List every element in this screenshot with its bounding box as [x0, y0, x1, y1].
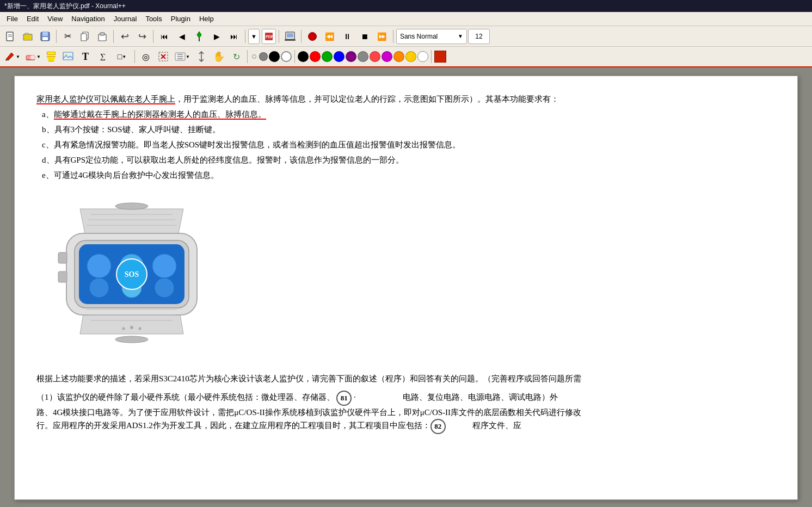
text-tool-button[interactable]: T [77, 49, 94, 64]
question1-cont2: 行。应用程序的开发采用ADS1.2作为开发工具，因此，在建立应用程序的工程项目时… [36, 419, 776, 434]
toolbar2: ▼ ▼ T ∑ □ ▼ ◎ [0, 47, 812, 67]
last-page-button[interactable]: ⏭ [226, 29, 242, 44]
palette-red[interactable] [310, 51, 321, 62]
menu-tools[interactable]: Tools [141, 14, 166, 24]
fill-color-red[interactable] [434, 51, 446, 63]
window-title: *新增一、家用老人监护仪.pdf - Xournal++ [4, 2, 126, 11]
skip-forward-icon: ⏩ [377, 32, 386, 41]
vertical-stretch-button[interactable] [193, 49, 210, 64]
save-button[interactable] [37, 29, 53, 44]
svg-text:PDF: PDF [266, 35, 273, 39]
svg-rect-8 [81, 34, 87, 41]
stop-icon: ⏹ [361, 32, 368, 41]
menu-view[interactable]: View [43, 14, 67, 24]
hand-tool-button[interactable]: ✋ [211, 49, 227, 64]
snap-icon [175, 52, 186, 61]
question1-line: （1）该监护仪的硬件除了最小硬件系统（最小硬件系统包括：微处理器、存储器、 81… [36, 391, 776, 406]
sep-draw1 [134, 50, 135, 63]
snap-dropdown[interactable]: ▼ [173, 49, 192, 64]
annotate-button[interactable] [191, 29, 207, 44]
eraser-icon [24, 51, 36, 62]
watch-image: SOS [36, 193, 227, 361]
svg-point-50 [139, 327, 142, 330]
menu-file[interactable]: File [2, 14, 22, 24]
fullscreen-button[interactable] [282, 29, 298, 44]
redo-button[interactable]: ↪ [134, 29, 150, 44]
pen-icon [4, 51, 16, 63]
highlighter-button[interactable] [44, 49, 59, 64]
color-white[interactable] [281, 51, 292, 62]
question1-cont: 路、4G模块接口电路等。为了便于应用软件设计，需把μC/OS-II操作系统移植到… [36, 406, 776, 419]
text-icon: T [82, 51, 89, 63]
svg-rect-39 [58, 271, 67, 282]
sep1 [56, 30, 57, 43]
list-item-d: d、具有GPS定位功能，可以获取出老人所处的径纬度信息。报警时，该信息作为报警信… [36, 153, 776, 166]
pdf-icon: PDF [264, 32, 273, 41]
menu-bar: File Edit View Navigation Journal Tools … [0, 12, 812, 26]
sep7 [393, 30, 393, 43]
pause-button[interactable]: ⏸ [339, 29, 355, 44]
menu-navigation[interactable]: Navigation [67, 14, 109, 24]
svg-rect-38 [58, 252, 67, 263]
next-page-button[interactable]: ▶ [208, 29, 225, 44]
sep3 [153, 30, 153, 43]
svg-rect-10 [100, 33, 104, 35]
toolbar1: ✂ ↩ ↪ ⏮ ◀ ▶ ⏭ [0, 26, 812, 47]
svg-rect-5 [42, 32, 48, 36]
sep-draw3 [294, 50, 295, 63]
palette-white[interactable] [417, 51, 428, 62]
first-page-button[interactable]: ⏮ [156, 29, 173, 44]
page-dropdown[interactable]: ▼ [248, 29, 260, 44]
color-transparent[interactable] [252, 54, 256, 59]
svg-point-40 [115, 203, 148, 209]
palette-grey[interactable] [358, 51, 368, 62]
next-page-icon: ▶ [214, 32, 220, 41]
undo-button[interactable]: ↩ [116, 29, 133, 44]
svg-rect-18 [30, 55, 35, 60]
math-tool-button[interactable]: ∑ [95, 49, 111, 64]
menu-edit[interactable]: Edit [22, 14, 43, 24]
palette-purple[interactable] [346, 51, 356, 62]
stop-button[interactable]: ⏹ [356, 29, 373, 44]
cut-button[interactable]: ✂ [59, 29, 76, 44]
palette-orange[interactable] [393, 51, 404, 62]
pdf-dropdown[interactable]: PDF [262, 29, 276, 44]
color-gray[interactable] [259, 52, 268, 61]
skip-forward-button[interactable]: ⏩ [374, 29, 390, 44]
palette-green[interactable] [322, 51, 333, 62]
menu-journal[interactable]: Journal [109, 14, 142, 24]
copy-button[interactable] [77, 29, 93, 44]
font-size-box[interactable]: 12 [468, 29, 490, 44]
sep-draw2 [247, 50, 248, 63]
palette-magenta[interactable] [382, 51, 392, 62]
pen-tool-button[interactable]: ▼ [2, 49, 22, 64]
prev-page-button[interactable]: ◀ [174, 29, 190, 44]
palette-black[interactable] [298, 51, 309, 62]
font-name-selector[interactable]: Sans Normal ▼ [396, 29, 467, 44]
svg-point-32 [152, 254, 176, 278]
select-tool-button[interactable]: ◎ [138, 49, 154, 64]
menu-help[interactable]: Help [195, 14, 218, 24]
main-paragraph: 家用老人监护仪可以佩戴在老人手腕上，用于监测老人的血压、脉搏等信息，并可以定位老… [36, 92, 776, 106]
palette-yellow[interactable] [405, 51, 416, 62]
open-button[interactable] [20, 29, 36, 44]
menu-plugin[interactable]: Plugin [167, 14, 195, 24]
list-item-a: a、能够通过戴在手腕上的探测器检测老人的血压、脉搏信息。 [36, 108, 776, 121]
refresh-button[interactable]: ↻ [228, 49, 244, 64]
new-button[interactable] [2, 29, 19, 44]
shape-tool-button[interactable]: □ ▼ [112, 49, 132, 64]
new-icon [5, 31, 16, 42]
skip-back-button[interactable]: ⏪ [322, 29, 338, 44]
palette-blue[interactable] [334, 51, 345, 62]
pause-icon: ⏸ [343, 32, 351, 41]
image-tool-button[interactable] [60, 49, 76, 64]
palette-lightred[interactable] [370, 51, 380, 62]
svg-rect-16 [285, 39, 296, 41]
math-icon: ∑ [100, 52, 106, 61]
svg-point-35 [155, 278, 174, 298]
color-black-large[interactable] [269, 51, 280, 62]
select-eraser-button[interactable] [155, 49, 171, 64]
record-button[interactable] [304, 29, 321, 44]
eraser-button[interactable]: ▼ [23, 49, 42, 64]
paste-button[interactable] [94, 29, 110, 44]
